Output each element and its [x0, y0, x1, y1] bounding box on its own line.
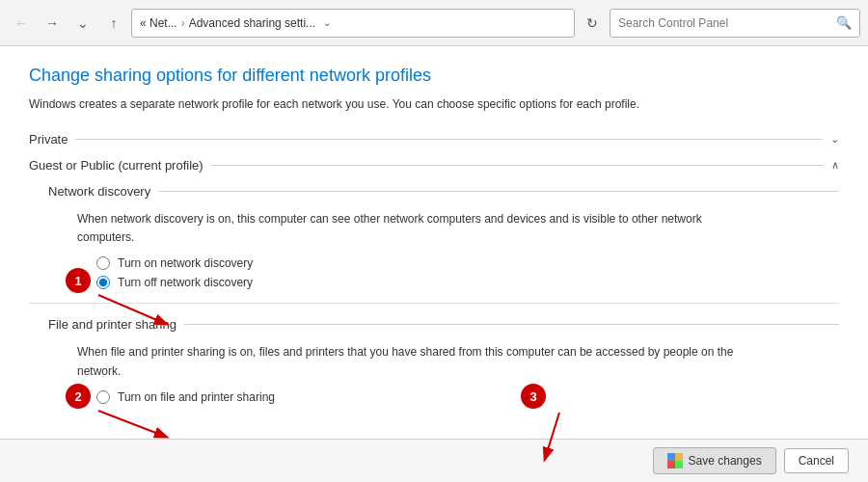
breadcrumb-prefix: « Net...: [140, 16, 177, 30]
turn-off-nd-radio[interactable]: [96, 276, 110, 289]
address-bar[interactable]: « Net... › Advanced sharing setti... ⌄: [131, 9, 575, 38]
turn-on-nd-label: Turn on network discovery: [118, 256, 253, 270]
network-discovery-header: Network discovery: [48, 184, 839, 199]
private-section-line: [75, 139, 823, 140]
search-button[interactable]: 🔍: [836, 15, 852, 30]
svg-rect-3: [675, 461, 683, 469]
save-button[interactable]: Save changes: [653, 447, 776, 474]
guest-public-section-chevron: ∧: [831, 159, 839, 172]
save-button-label: Save changes: [689, 454, 762, 468]
back-button[interactable]: ←: [8, 10, 35, 37]
turn-on-nd-radio[interactable]: [96, 256, 110, 270]
network-discovery-label: Network discovery: [48, 184, 150, 199]
search-bar[interactable]: 🔍: [610, 9, 860, 38]
page-title: Change sharing options for different net…: [29, 66, 839, 86]
svg-rect-1: [675, 453, 683, 461]
turn-off-nd-option[interactable]: Turn off network discovery: [96, 276, 839, 289]
annotation-1: 1: [66, 268, 91, 293]
breadcrumb-separator: ›: [181, 16, 185, 30]
svg-line-5: [98, 411, 166, 437]
forward-button[interactable]: →: [39, 10, 66, 37]
turn-on-fps-radio[interactable]: [96, 390, 110, 404]
turn-off-nd-label: Turn off network discovery: [118, 276, 253, 289]
file-printer-sharing-header: File and printer sharing: [48, 317, 839, 332]
file-printer-sharing-subsection: File and printer sharing When file and p…: [48, 317, 839, 403]
file-printer-sharing-description: When file and printer sharing is on, fil…: [77, 343, 752, 380]
guest-public-section-label: Guest or Public (current profile): [29, 158, 203, 173]
file-printer-sharing-line: [184, 324, 839, 325]
network-discovery-line: [158, 191, 839, 192]
divider: [29, 303, 839, 304]
navigation-bar: ← → ⌄ ↑ « Net... › Advanced sharing sett…: [0, 0, 868, 46]
recent-locations-button[interactable]: ⌄: [69, 10, 96, 37]
network-discovery-subsection: Network discovery When network discovery…: [48, 184, 839, 289]
private-section-chevron: ⌄: [830, 133, 839, 146]
private-section-header[interactable]: Private ⌄: [29, 132, 839, 147]
svg-rect-0: [667, 453, 675, 461]
action-bar: Save changes Cancel: [0, 439, 868, 482]
address-bar-chevron[interactable]: ⌄: [319, 17, 335, 28]
file-printer-sharing-label: File and printer sharing: [48, 317, 176, 332]
breadcrumb-current: Advanced sharing setti...: [189, 16, 315, 30]
guest-public-section-line: [211, 165, 824, 166]
svg-rect-2: [667, 461, 675, 469]
up-button[interactable]: ↑: [100, 10, 127, 37]
turn-on-nd-option[interactable]: Turn on network discovery: [96, 256, 839, 270]
save-icon: [667, 453, 683, 469]
guest-public-section-header[interactable]: Guest or Public (current profile) ∧: [29, 158, 839, 173]
search-input[interactable]: [618, 16, 830, 30]
network-discovery-description: When network discovery is on, this compu…: [77, 210, 752, 247]
cancel-button[interactable]: Cancel: [784, 448, 849, 473]
cancel-button-label: Cancel: [799, 454, 834, 468]
page-subtitle: Windows creates a separate network profi…: [29, 95, 723, 113]
annotation-3: 3: [521, 384, 546, 409]
annotation-2: 2: [66, 384, 91, 409]
refresh-button[interactable]: ↻: [579, 10, 606, 37]
private-section-label: Private: [29, 132, 68, 147]
turn-on-fps-label: Turn on file and printer sharing: [118, 390, 275, 404]
turn-on-fps-option[interactable]: Turn on file and printer sharing: [96, 390, 839, 404]
content-area: Change sharing options for different net…: [0, 46, 868, 482]
